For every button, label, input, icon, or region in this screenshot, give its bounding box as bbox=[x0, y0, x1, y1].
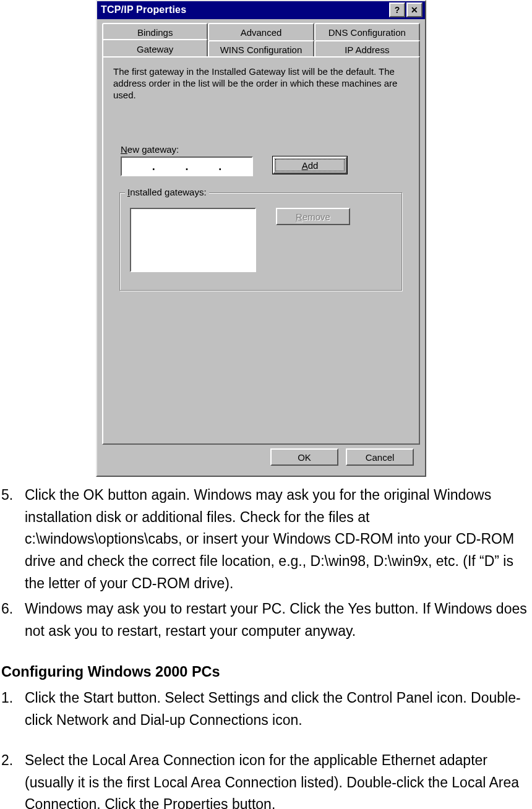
tab-dns-configuration[interactable]: DNS Configuration bbox=[314, 23, 420, 40]
close-button[interactable]: ✕ bbox=[406, 2, 423, 17]
tab-strip: Bindings Advanced DNS Configuration Gate… bbox=[102, 23, 420, 58]
installed-gateways-group: Installed gateways: Remove bbox=[119, 192, 403, 291]
add-button[interactable]: Add bbox=[273, 156, 347, 174]
cancel-button[interactable]: Cancel bbox=[346, 448, 414, 466]
tab-bindings[interactable]: Bindings bbox=[102, 23, 208, 40]
step-5: 5. Click the OK button again. Windows ma… bbox=[1, 484, 531, 594]
heading-windows-2000: Configuring Windows 2000 PCs bbox=[1, 661, 531, 683]
gateway-description: The first gateway in the Installed Gatew… bbox=[113, 66, 409, 101]
help-button[interactable]: ? bbox=[389, 2, 405, 17]
w2k-step-1: 1. Click the Start button. Select Settin… bbox=[1, 687, 531, 731]
dialog-footer: OK Cancel bbox=[102, 445, 420, 472]
tab-gateway[interactable]: Gateway bbox=[102, 39, 208, 58]
tab-advanced[interactable]: Advanced bbox=[208, 23, 314, 40]
new-gateway-label: New gateway: bbox=[121, 144, 409, 155]
installed-gateways-label: Installed gateways: bbox=[125, 187, 209, 197]
remove-button[interactable]: Remove bbox=[276, 208, 350, 225]
dialog-title: TCP/IP Properties bbox=[101, 4, 388, 15]
new-gateway-input[interactable]: ... bbox=[121, 156, 253, 176]
tab-ip-address[interactable]: IP Address bbox=[314, 40, 420, 58]
tab-content-gateway: The first gateway in the Installed Gatew… bbox=[102, 56, 420, 445]
document-body: 5. Click the OK button again. Windows ma… bbox=[0, 477, 532, 809]
tcpip-properties-dialog: TCP/IP Properties ? ✕ Bindings Advanced … bbox=[96, 0, 426, 477]
step-6: 6. Windows may ask you to restart your P… bbox=[1, 598, 531, 642]
dialog-titlebar[interactable]: TCP/IP Properties ? ✕ bbox=[97, 1, 425, 19]
installed-gateways-list[interactable] bbox=[130, 208, 256, 272]
ok-button[interactable]: OK bbox=[270, 448, 338, 466]
w2k-step-2: 2. Select the Local Area Connection icon… bbox=[1, 750, 531, 809]
tab-wins-configuration[interactable]: WINS Configuration bbox=[208, 40, 314, 58]
